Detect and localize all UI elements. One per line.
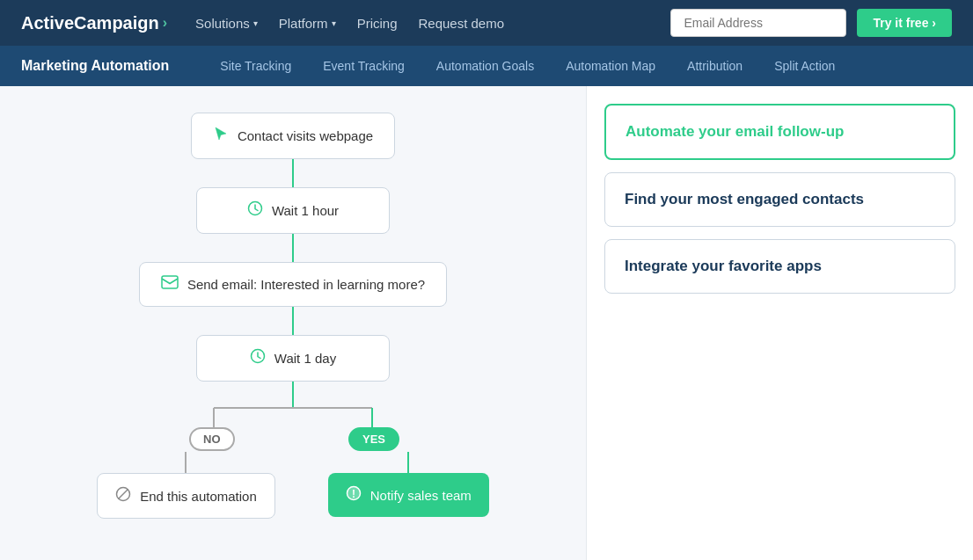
trigger-node[interactable]: Contact visits webpage xyxy=(191,113,395,159)
svg-rect-1 xyxy=(162,276,178,288)
try-free-button[interactable]: Try it free › xyxy=(857,9,952,37)
notify-sales-label: Notify sales team xyxy=(370,488,472,503)
cursor-icon xyxy=(213,126,229,146)
main-content: Contact visits webpage Wait 1 hour xyxy=(0,86,973,560)
no-branch-col: End this automation xyxy=(97,452,275,519)
subnav-site-tracking[interactable]: Site Tracking xyxy=(204,46,307,86)
top-nav-right: Try it free › xyxy=(670,9,952,37)
clock-icon-2 xyxy=(250,348,266,368)
email-label: Send email: Interested in learning more? xyxy=(187,277,425,292)
email-followup-title: Automate your email follow-up xyxy=(626,123,934,141)
subnav-attribution[interactable]: Attribution xyxy=(671,46,758,86)
nav-pricing[interactable]: Pricing xyxy=(357,16,398,31)
alert-icon: ! xyxy=(346,485,362,505)
top-nav-links: Solutions ▾ Platform ▾ Pricing Request d… xyxy=(195,16,642,31)
branches-row: End this automation ! Notify sales team xyxy=(97,452,489,519)
automation-flow-area: Contact visits webpage Wait 1 hour xyxy=(0,86,586,560)
clock-icon-1 xyxy=(247,200,263,221)
subnav-split-action[interactable]: Split Action xyxy=(758,46,851,86)
solutions-caret: ▾ xyxy=(253,18,258,28)
email-node[interactable]: Send email: Interested in learning more? xyxy=(139,262,447,307)
logo-arrow: › xyxy=(163,15,167,31)
subnav-automation-goals[interactable]: Automation Goals xyxy=(421,46,550,86)
wait2-node[interactable]: Wait 1 day xyxy=(196,335,390,382)
subnav-automation-map[interactable]: Automation Map xyxy=(550,46,671,86)
no-connector xyxy=(185,452,187,473)
ban-icon xyxy=(115,486,131,505)
wait1-label: Wait 1 hour xyxy=(272,203,339,218)
subnav-event-tracking[interactable]: Event Tracking xyxy=(307,46,421,86)
nav-solutions[interactable]: Solutions ▾ xyxy=(195,16,258,31)
yes-branch-col: ! Notify sales team xyxy=(328,452,489,517)
yes-connector xyxy=(407,452,409,473)
logo-text: ActiveCampaign xyxy=(21,13,159,33)
panel-card-integrate-apps[interactable]: Integrate your favorite apps xyxy=(604,239,955,294)
svg-text:!: ! xyxy=(352,488,355,500)
branch-svg-container: NO YES xyxy=(143,382,443,452)
email-address-input[interactable] xyxy=(670,9,846,37)
end-automation-label: End this automation xyxy=(140,489,257,504)
email-icon xyxy=(161,275,179,294)
trigger-label: Contact visits webpage xyxy=(238,128,373,143)
connector-3 xyxy=(292,307,294,335)
logo[interactable]: ActiveCampaign › xyxy=(21,13,167,33)
sub-nav-title: Marketing Automation xyxy=(21,58,169,74)
no-badge-container: NO xyxy=(189,427,235,451)
platform-caret: ▾ xyxy=(332,18,336,28)
nav-request-demo[interactable]: Request demo xyxy=(418,16,504,31)
nav-platform[interactable]: Platform ▾ xyxy=(279,16,336,31)
sub-nav-links: Site Tracking Event Tracking Automation … xyxy=(204,46,851,86)
right-panel: Automate your email follow-up Find your … xyxy=(586,86,973,560)
yes-badge-container: YES xyxy=(348,427,399,451)
integrate-apps-title: Integrate your favorite apps xyxy=(625,258,935,275)
connector-1 xyxy=(292,159,294,187)
engaged-contacts-title: Find your most engaged contacts xyxy=(625,191,935,208)
wait2-label: Wait 1 day xyxy=(274,351,336,366)
notify-sales-node[interactable]: ! Notify sales team xyxy=(328,473,489,517)
panel-card-email-followup[interactable]: Automate your email follow-up xyxy=(604,104,955,160)
top-navigation: ActiveCampaign › Solutions ▾ Platform ▾ … xyxy=(0,0,973,46)
sub-navigation: Marketing Automation Site Tracking Event… xyxy=(0,46,973,86)
yes-badge: YES xyxy=(348,427,399,451)
wait1-node[interactable]: Wait 1 hour xyxy=(196,187,390,234)
connector-2 xyxy=(292,234,294,262)
flow-container: Contact visits webpage Wait 1 hour xyxy=(18,104,568,519)
end-automation-node[interactable]: End this automation xyxy=(97,473,275,519)
panel-card-engaged-contacts[interactable]: Find your most engaged contacts xyxy=(604,172,955,227)
no-badge: NO xyxy=(189,427,235,451)
